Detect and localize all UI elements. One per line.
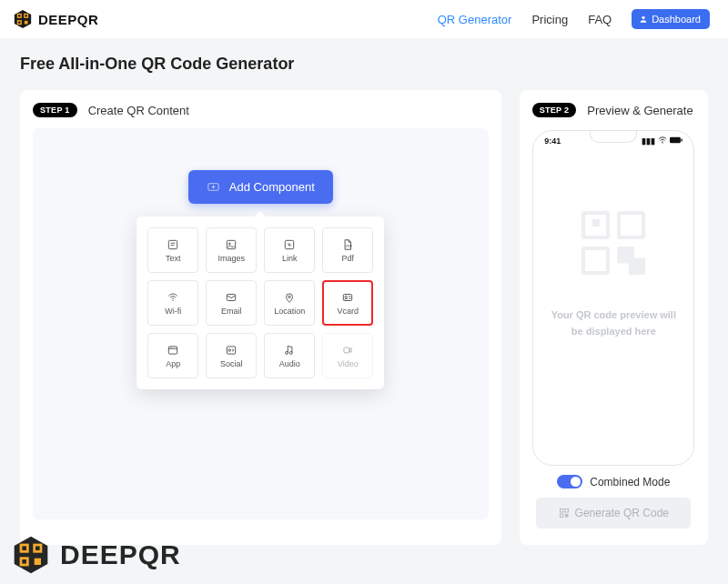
wifi-status-icon [658,136,667,146]
svg-marker-0 [15,10,31,28]
component-vcard[interactable]: Vcard [322,280,373,326]
svg-point-24 [171,347,172,347]
link-icon [283,238,296,251]
image-icon [225,238,238,251]
main-nav: QR Generator Pricing FAQ Dashboard [438,9,710,29]
svg-point-5 [642,16,645,19]
component-label-email: Email [221,307,242,316]
svg-point-20 [345,296,347,297]
step1-header: STEP 1 Create QR Content [33,103,489,117]
svg-rect-35 [560,514,563,518]
nav-pricing[interactable]: Pricing [531,13,568,26]
component-email[interactable]: Email [206,280,257,326]
component-label-link: Link [282,254,298,263]
component-pdf[interactable]: PDFPdf [322,227,373,273]
app-icon [167,344,179,357]
component-label-audio: Audio [279,359,300,368]
svg-rect-9 [169,240,177,248]
add-component-button[interactable]: Add Component [188,170,333,204]
svg-rect-31 [670,137,681,143]
signal-icon: ▮▮▮ [642,136,655,146]
svg-point-27 [286,351,288,354]
component-label-pdf: Pdf [342,254,355,263]
page-title: Free All-in-One QR Code Generator [20,55,708,74]
component-label-images: Images [218,254,246,263]
brand-logo: DEEPQR [13,9,98,29]
component-app[interactable]: App [147,333,198,378]
generate-qr-label: Generate QR Code [575,507,669,519]
svg-marker-37 [15,537,48,573]
vcard-icon [341,291,354,304]
step2-title: Preview & Generate [587,104,693,117]
audio-icon [283,344,296,357]
svg-text:PDF: PDF [347,244,353,247]
svg-rect-17 [228,294,236,300]
location-icon [283,291,296,304]
svg-rect-41 [35,559,41,565]
component-images[interactable]: Images [206,227,257,273]
phone-status-icons: ▮▮▮ [642,136,682,146]
component-location[interactable]: Location [264,280,315,326]
svg-rect-32 [682,138,682,141]
svg-rect-29 [344,347,349,353]
component-audio[interactable]: Audio [264,333,315,378]
wifi-icon [167,291,179,304]
svg-point-30 [662,142,663,143]
svg-rect-19 [344,294,352,300]
step1-badge: STEP 1 [33,103,77,117]
brand-name: DEEPQR [38,12,98,27]
battery-icon [670,136,682,146]
component-video: Video [322,333,373,378]
phone-notch [590,130,637,143]
dashboard-button[interactable]: Dashboard [632,9,710,29]
svg-point-16 [173,299,174,300]
nav-faq[interactable]: FAQ [588,13,612,26]
generate-qr-button[interactable]: Generate QR Code [536,498,691,529]
step2-header: STEP 2 Preview & Generate [532,103,693,117]
component-link[interactable]: Link [264,227,315,273]
combined-mode-label: Combined Mode [590,476,670,488]
svg-point-28 [290,351,293,354]
panel-preview: STEP 2 Preview & Generate 9:41 ▮▮▮ [520,90,708,545]
step2-badge: STEP 2 [532,103,577,117]
nav-qr-generator[interactable]: QR Generator [438,13,512,26]
qr-placeholder-icon [581,211,645,275]
component-text[interactable]: Text [147,227,198,273]
user-icon [639,15,648,24]
svg-rect-34 [565,509,569,513]
panel-create-content: STEP 1 Create QR Content Add Component T… [20,90,501,545]
panels: STEP 1 Create QR Content Add Component T… [20,90,708,545]
component-label-app: App [166,359,180,368]
combined-mode-toggle[interactable] [557,475,582,488]
svg-rect-21 [169,346,177,353]
step1-title: Create QR Content [88,104,189,117]
content-area: Add Component TextImagesLinkPDFPdfWi-fiE… [33,128,489,519]
dashboard-label: Dashboard [652,14,701,25]
component-label-wifi: Wi-fi [165,307,181,316]
watermark-hex-icon [11,535,51,575]
social-icon [225,344,238,357]
component-label-social: Social [220,359,243,368]
page-body: Free All-in-One QR Code Generator STEP 1… [0,38,728,584]
svg-point-26 [228,348,231,351]
preview-placeholder-text: Your QR code preview will be displayed h… [533,307,693,339]
email-icon [225,291,238,304]
watermark-text: DEEPQR [60,539,181,570]
add-component-label: Add Component [229,180,315,194]
logo-hex-icon [13,9,33,29]
combined-mode-row: Combined Mode [557,475,670,488]
component-label-vcard: Vcard [338,307,359,316]
component-label-video: Video [338,359,359,368]
svg-rect-36 [565,514,569,518]
component-social[interactable]: Social [206,333,257,378]
video-icon [341,344,354,357]
component-dropdown: TextImagesLinkPDFPdfWi-fiEmailLocationVc… [136,216,384,389]
add-component-icon [207,180,220,194]
component-wifi[interactable]: Wi-fi [147,280,198,326]
component-label-text: Text [166,254,181,263]
pdf-icon: PDF [341,238,354,251]
svg-point-13 [229,242,231,244]
text-icon [167,238,179,251]
component-label-location: Location [274,307,305,316]
svg-rect-33 [560,509,563,513]
